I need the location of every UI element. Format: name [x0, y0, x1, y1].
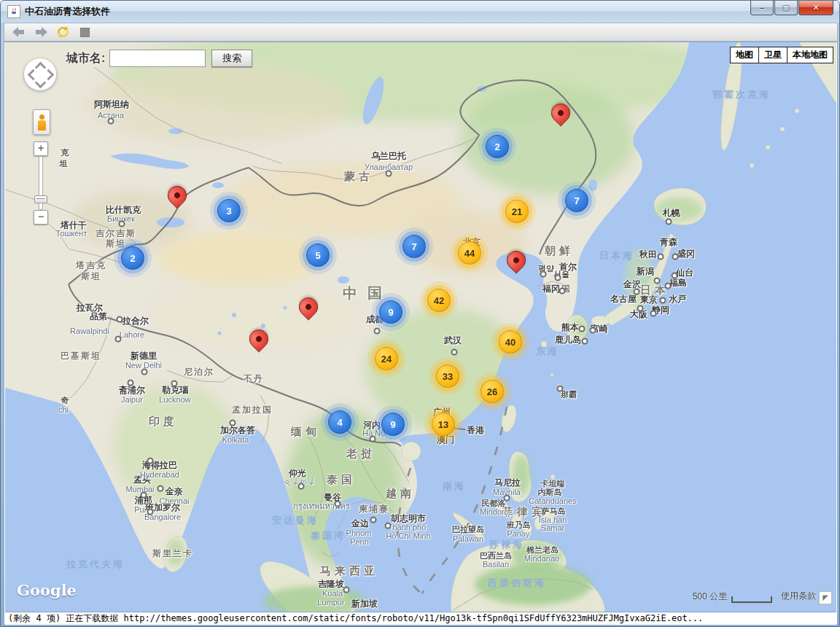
- map-type-local-button[interactable]: 本地地图: [787, 47, 833, 63]
- zoom-slider-handle[interactable]: [34, 195, 47, 203]
- map-label: 苏禄海: [489, 538, 524, 551]
- map-label: 福冈: [542, 283, 560, 295]
- cluster-marker[interactable]: 7: [402, 235, 426, 258]
- map-label: 印度: [149, 415, 178, 429]
- map-type-switcher: 地图 卫星 本地地图: [731, 47, 833, 63]
- city-dot: [555, 275, 561, 281]
- cluster-marker[interactable]: 4: [328, 410, 351, 434]
- cluster-marker[interactable]: 13: [432, 413, 455, 436]
- map-label: 巴拉望岛: [452, 524, 484, 535]
- city-dot: [141, 369, 148, 375]
- map-label: 拉合尔: [122, 315, 149, 327]
- city-dot: [672, 273, 678, 279]
- city-search-input[interactable]: [109, 50, 206, 67]
- city-dot: [147, 509, 154, 515]
- map-label: 朝鲜: [545, 244, 574, 258]
- map-label: Thành phố: [388, 523, 427, 531]
- terms-of-use-link[interactable]: 使用条款: [781, 590, 816, 602]
- city-dot: [115, 336, 122, 343]
- forward-arrow-icon[interactable]: [34, 26, 48, 39]
- city-dot: [230, 420, 236, 427]
- content-pane: 鄂霍次克海日本海东海南海苏禄海西里伯斯海安达曼海泰国湾拉克代夫海中国蒙古朝鲜日本…: [4, 42, 838, 625]
- map-label: 水戸: [669, 293, 686, 305]
- map-label: chi: [58, 405, 69, 414]
- stop-icon[interactable]: [77, 26, 92, 39]
- pan-up-icon[interactable]: [35, 62, 47, 74]
- map-label: 金奈: [166, 486, 183, 498]
- search-bar: 城市名: 搜索: [66, 50, 252, 67]
- map-label: Phnom: [346, 529, 372, 537]
- cluster-marker[interactable]: 33: [436, 365, 459, 388]
- cluster-marker[interactable]: 21: [505, 200, 529, 223]
- map-label: 马来西亚: [320, 564, 378, 578]
- cluster-marker[interactable]: 3: [217, 199, 241, 222]
- map-label: Jaipur: [121, 395, 143, 404]
- cluster-marker[interactable]: 9: [379, 300, 402, 324]
- cluster-marker[interactable]: 26: [481, 380, 504, 403]
- zoom-in-button[interactable]: +: [34, 141, 48, 156]
- map-label: Penh: [350, 537, 369, 546]
- pegman-control[interactable]: [33, 109, 50, 135]
- map-label: 马尼拉: [494, 477, 521, 489]
- cluster-marker[interactable]: 40: [499, 330, 522, 354]
- city-dot: [665, 283, 672, 289]
- status-bar: (剩余 4 项) 正在下载数据 http://themes.googleuser…: [5, 612, 836, 625]
- back-arrow-icon[interactable]: [12, 26, 26, 39]
- status-text: (剩余 4 项) 正在下载数据 http://themes.googleuser…: [5, 612, 703, 625]
- map-label: 秋田: [639, 249, 657, 261]
- map-label: 名古屋: [610, 293, 637, 305]
- cluster-marker[interactable]: 24: [375, 347, 398, 370]
- map-label: Тошкент: [56, 229, 88, 238]
- city-dot: [298, 483, 305, 490]
- map-label: 斯里兰卡: [152, 548, 193, 560]
- city-dot: [672, 254, 679, 260]
- city-dot: [579, 326, 586, 332]
- city-dot: [582, 338, 588, 345]
- map-label: 老挝: [346, 447, 376, 461]
- map-label: Mindanao: [524, 554, 559, 563]
- map-canvas[interactable]: 鄂霍次克海日本海东海南海苏禄海西里伯斯海安达曼海泰国湾拉克代夫海中国蒙古朝鲜日本…: [5, 42, 836, 612]
- city-dot: [128, 380, 134, 386]
- corner-arrow-icon[interactable]: ◤: [819, 591, 832, 604]
- map-type-map-button[interactable]: 地图: [730, 47, 759, 63]
- map-label: 缅甸: [291, 425, 320, 439]
- map-label: 新德里: [131, 350, 157, 362]
- cluster-marker[interactable]: 2: [121, 246, 144, 270]
- cluster-marker[interactable]: 5: [306, 244, 330, 267]
- city-dot: [666, 219, 672, 225]
- search-button[interactable]: 搜索: [211, 50, 252, 67]
- scale-bar: [731, 596, 772, 603]
- map-label: 泰国湾: [311, 529, 346, 542]
- map-label: Hyderabad: [140, 470, 179, 479]
- close-button[interactable]: ✕: [798, 1, 833, 15]
- city-dot: [119, 221, 125, 227]
- pan-down-icon[interactable]: [35, 77, 47, 89]
- city-dot: [451, 349, 458, 356]
- map-label: 西里伯斯海: [488, 577, 546, 590]
- map-label: 蒙古: [344, 170, 373, 184]
- map-label: Lumpur: [317, 598, 344, 607]
- zoom-out-button[interactable]: −: [34, 210, 48, 225]
- map-label: 中国: [343, 284, 392, 303]
- cluster-marker[interactable]: 9: [381, 413, 405, 436]
- city-dot: [374, 328, 381, 335]
- city-dot: [660, 297, 666, 304]
- city-dot: [504, 495, 510, 502]
- map-label: 乌兰巴托: [371, 150, 406, 163]
- map-type-satellite-button[interactable]: 卫星: [758, 47, 788, 63]
- cluster-marker[interactable]: 7: [565, 189, 588, 212]
- cluster-marker[interactable]: 2: [486, 135, 509, 158]
- pan-right-icon[interactable]: [43, 69, 55, 81]
- pan-left-icon[interactable]: [28, 69, 39, 81]
- minimize-button[interactable]: –: [750, 1, 774, 15]
- refresh-icon[interactable]: [55, 26, 70, 39]
- map-label: 青森: [660, 236, 677, 249]
- map-label: 那霸: [561, 389, 577, 400]
- map-label: Lahore: [120, 330, 144, 339]
- maximize-button[interactable]: ▢: [774, 1, 798, 15]
- cluster-marker[interactable]: 44: [458, 241, 481, 265]
- map-scale: 500 公里: [693, 591, 772, 603]
- city-dot: [634, 289, 640, 295]
- map-label: 安达曼海: [272, 514, 319, 527]
- cluster-marker[interactable]: 42: [427, 289, 451, 312]
